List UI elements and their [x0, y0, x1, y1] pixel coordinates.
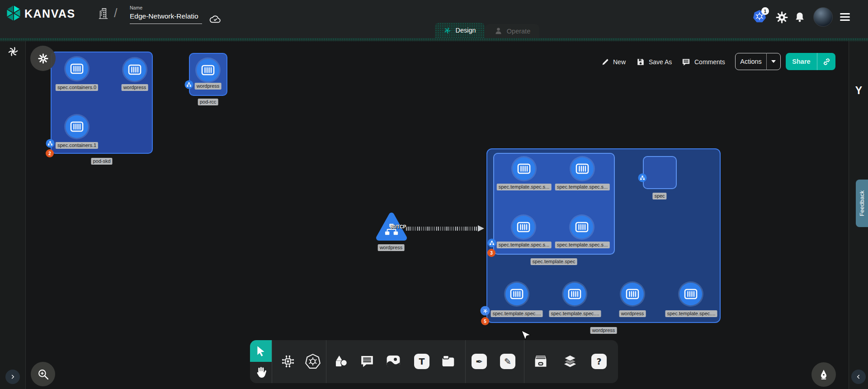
new-label: New [613, 58, 626, 66]
image-icon [386, 354, 401, 369]
container-node[interactable] [563, 283, 586, 305]
relationship-badge[interactable] [185, 81, 193, 89]
kubernetes-wheel-icon [305, 353, 321, 370]
toolbar-divider [465, 340, 466, 383]
sitemap-icon [490, 241, 495, 246]
container-icon [70, 121, 84, 132]
issue-count-badge[interactable]: 5 [481, 317, 489, 325]
relationship-badge[interactable] [638, 174, 647, 182]
issue-count-badge[interactable]: 2 [46, 149, 54, 157]
pan-tool[interactable] [254, 365, 268, 379]
toolbar-divider [326, 340, 326, 383]
new-button[interactable]: New [601, 55, 626, 69]
expand-panel-button[interactable] [5, 370, 20, 384]
layers-tool[interactable] [562, 354, 578, 369]
relationship-badge[interactable] [46, 139, 55, 148]
swirl-badge[interactable] [481, 306, 490, 316]
container-node[interactable] [123, 58, 146, 81]
collapse-panel-button[interactable] [851, 370, 866, 384]
node-label: wordpress [195, 83, 222, 90]
sitemap-icon [187, 82, 192, 87]
brand-wordmark[interactable]: KANVAS [24, 7, 75, 20]
layers-icon [562, 354, 578, 369]
save-as-button[interactable]: Save As [637, 55, 672, 69]
container-node[interactable] [571, 157, 594, 180]
container-icon [517, 222, 530, 232]
pencil-new-icon [601, 58, 609, 66]
container-icon [517, 163, 531, 174]
mouse-cursor [521, 330, 531, 342]
context-count-badge[interactable]: 1 [761, 7, 769, 15]
container-node[interactable] [197, 59, 219, 81]
tab-design-label: Design [455, 27, 476, 34]
container-icon [575, 222, 589, 232]
notifications-bell-icon[interactable] [794, 11, 806, 24]
shapes-tool[interactable] [334, 354, 348, 369]
container-icon [576, 163, 589, 174]
comment-tool[interactable] [360, 354, 374, 369]
container-node[interactable] [571, 216, 593, 238]
node-label: wordpress [122, 84, 148, 91]
group-spec[interactable] [643, 156, 677, 189]
container-node[interactable] [66, 115, 88, 138]
organization-building-icon[interactable] [98, 6, 108, 20]
container-node[interactable] [512, 216, 535, 238]
group-spec-template-spec[interactable] [493, 153, 615, 255]
group-label: spec.template.spec [531, 258, 577, 265]
group-label: pod-rcc [198, 99, 218, 105]
select-tool[interactable] [250, 340, 272, 362]
tab-operate[interactable]: Operate [485, 24, 539, 38]
menu-icon[interactable] [840, 13, 850, 23]
kanvas-logo-icon[interactable] [5, 4, 22, 22]
relationship-badge[interactable] [488, 239, 496, 247]
chevron-right-icon [9, 374, 16, 380]
container-node[interactable] [679, 283, 702, 305]
tab-operate-label: Operate [507, 28, 530, 35]
node-label: spec.template.spec.... [549, 310, 601, 317]
feedback-tab[interactable]: Feedback [856, 180, 868, 227]
note-tool[interactable] [441, 354, 456, 369]
settings-gear-icon[interactable] [776, 11, 788, 24]
container-node[interactable] [621, 283, 644, 305]
container-node[interactable] [505, 283, 528, 305]
tab-design[interactable]: Design [435, 23, 485, 38]
node-label: spec.containers.1 [56, 142, 98, 149]
node-label: spec.containers.0 [56, 84, 98, 91]
ink-pen-button[interactable] [811, 362, 836, 387]
design-swirl-icon [443, 27, 451, 34]
kubernetes-tool[interactable] [305, 353, 321, 370]
text-tool[interactable]: T [414, 354, 429, 369]
sketch-tool[interactable]: ✎ [500, 354, 515, 369]
container-node[interactable] [66, 57, 88, 80]
caret-down-icon [771, 60, 776, 63]
sketch-pencil-icon: ✎ [500, 354, 515, 369]
actions-label: Actions [736, 58, 766, 65]
image-tool[interactable] [386, 354, 401, 369]
actions-dropdown-button[interactable] [767, 60, 780, 63]
container-node[interactable] [513, 157, 535, 180]
share-button[interactable]: Share [786, 53, 835, 70]
node-label: spec.template.spec.s... [497, 242, 552, 248]
comments-button[interactable]: Comments [682, 55, 725, 69]
edge-arrowhead [478, 225, 484, 232]
help-tool[interactable]: ? [591, 354, 607, 369]
issue-count-badge[interactable]: 3 [487, 249, 495, 257]
design-name-input[interactable]: Edge-Network-Relatio [130, 12, 202, 24]
pen-tool[interactable]: ✒ [472, 354, 487, 369]
drawer-tool[interactable] [533, 354, 548, 369]
header-bottom-strip [0, 38, 868, 41]
kubernetes-node-bubble[interactable] [30, 46, 56, 71]
copy-link-button[interactable] [817, 57, 835, 66]
edge-service-to-deployment[interactable] [406, 227, 478, 231]
actions-button[interactable]: Actions [735, 53, 781, 70]
zoom-search-button[interactable] [31, 362, 55, 386]
comments-label: Comments [694, 58, 725, 66]
comment-icon [360, 354, 374, 369]
component-library-tool[interactable] [280, 354, 296, 369]
app-header: KANVAS / Name Edge-Network-Relatio 1 [0, 0, 868, 38]
component-chip-icon [280, 354, 296, 369]
container-icon [201, 65, 215, 76]
group-label: wordpress [590, 327, 617, 334]
node-label: spec.template.spec.s... [555, 242, 610, 248]
user-avatar[interactable] [813, 7, 833, 27]
